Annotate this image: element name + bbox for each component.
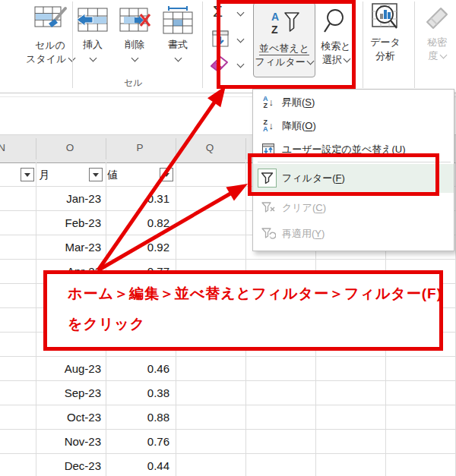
- chevron-down-icon: [439, 52, 447, 59]
- filter-dropdown-button-month[interactable]: [89, 168, 103, 181]
- group-divider: [363, 2, 363, 88]
- cell-styles-icon: [32, 2, 68, 39]
- cell-value[interactable]: 0.76: [106, 430, 169, 454]
- cell-month[interactable]: Oct-23: [36, 405, 101, 430]
- excel-screenshot: N O P Q 月 値 Jan-23 0.31 Feb-23 0.82 Mar-…: [0, 0, 456, 476]
- cell-month[interactable]: Dec-23: [36, 454, 101, 476]
- annotation-callout: ホーム＞編集＞並べ替えとフィルター＞フィルター(F) をクリック: [43, 270, 443, 351]
- sort-filter-label-line2: フィルター: [255, 56, 306, 68]
- data-analysis-button[interactable]: データ 分析: [366, 2, 404, 63]
- menu-item-clear-filter: クリア(C): [253, 196, 454, 219]
- find-select-label-line2: 選択: [322, 54, 342, 65]
- sensitivity-label-line1: 秘密: [427, 36, 447, 49]
- annotation-text-line2: をクリック: [68, 314, 145, 334]
- col-letter-Q[interactable]: Q: [185, 142, 234, 153]
- filter-dropdown-button-value[interactable]: [160, 168, 173, 181]
- chevron-down-icon[interactable]: [237, 36, 245, 43]
- dropdown-arrow-icon: [93, 173, 99, 177]
- table-row[interactable]: Dec-23 0.44: [0, 454, 456, 476]
- sort-filter-dropdown-menu: AZ↓ 昇順(S) ZA↓ 降順(O) ユーザー設定の並べ替え(U): [252, 89, 454, 251]
- data-analysis-label-line1: データ: [370, 36, 401, 49]
- data-analysis-label-line2: 分析: [375, 49, 395, 63]
- eraser-icon: [209, 62, 229, 75]
- cell-month[interactable]: Jan-23: [36, 187, 101, 211]
- delete-cells-icon: [118, 6, 151, 38]
- svg-text:Z: Z: [271, 24, 278, 36]
- reapply-filter-icon: [260, 225, 277, 242]
- cell-value[interactable]: 0.82: [106, 211, 169, 235]
- header-cell-value[interactable]: 値: [107, 162, 118, 187]
- cell-value[interactable]: 0.88: [106, 405, 169, 430]
- annotation-text-line1: ホーム＞編集＞並べ替えとフィルター＞フィルター(F): [68, 284, 442, 304]
- fill-down-icon: [212, 36, 229, 49]
- clear-filter-icon: [260, 200, 277, 216]
- find-select-label-line1: 検索と: [321, 39, 350, 53]
- fill-button[interactable]: [212, 30, 229, 50]
- cell-styles-button[interactable]: セルの スタイル: [23, 2, 78, 66]
- cell-value[interactable]: 0.44: [106, 454, 169, 476]
- custom-sort-icon: [260, 141, 277, 158]
- sensitivity-button: 秘密 度: [418, 2, 456, 63]
- cell-month[interactable]: Feb-23: [36, 211, 101, 235]
- chevron-down-icon[interactable]: [237, 9, 245, 17]
- col-separator: [36, 138, 36, 159]
- table-row[interactable]: Nov-23 0.76: [0, 430, 456, 454]
- col-separator: [176, 138, 176, 159]
- col-letter-P[interactable]: P: [116, 142, 164, 153]
- chevron-down-icon: [174, 55, 182, 62]
- sensitivity-label-line2: 度: [428, 50, 438, 61]
- filter-icon: [258, 169, 277, 188]
- sort-filter-button[interactable]: A Z 並べ替えと フィルター: [253, 2, 315, 77]
- data-analysis-icon: [371, 2, 400, 36]
- cell-value[interactable]: 0.38: [106, 381, 169, 405]
- chevron-down-icon[interactable]: [237, 61, 245, 68]
- cell-month[interactable]: Sep-23: [36, 381, 101, 405]
- menu-item-sort-descending[interactable]: ZA↓ 降順(O): [253, 114, 454, 137]
- insert-button[interactable]: 挿入: [75, 6, 110, 61]
- menu-separator: [258, 162, 451, 162]
- col-separator: [106, 138, 106, 159]
- dropdown-arrow-icon: [163, 173, 169, 177]
- table-row[interactable]: Sep-23 0.38: [0, 381, 456, 405]
- search-icon: [323, 8, 349, 39]
- chevron-down-icon: [344, 55, 351, 63]
- chevron-down-icon: [307, 58, 315, 65]
- group-divider: [414, 2, 415, 88]
- menu-item-filter[interactable]: フィルター(F): [253, 164, 454, 193]
- cell-month[interactable]: Nov-23: [36, 430, 101, 454]
- insert-label: 挿入: [83, 38, 103, 52]
- col-separator: [245, 138, 246, 159]
- delete-label: 削除: [125, 38, 144, 52]
- header-cell-month[interactable]: 月: [39, 162, 49, 187]
- col-letter-O[interactable]: O: [46, 142, 94, 153]
- format-button[interactable]: 書式: [160, 6, 195, 61]
- sort-ascending-icon: AZ↓: [260, 94, 277, 111]
- format-label: 書式: [168, 38, 188, 52]
- chevron-down-icon: [89, 55, 97, 62]
- sort-filter-label-line1: 並べ替えと: [259, 43, 309, 55]
- cell-value[interactable]: 0.92: [106, 235, 169, 260]
- col-letter-N[interactable]: N: [0, 142, 26, 153]
- autosum-icon: Σ: [213, 2, 223, 20]
- table-row[interactable]: Oct-23 0.88: [0, 405, 456, 430]
- table-row[interactable]: Aug-23 0.46: [0, 357, 456, 381]
- cell-month[interactable]: Mar-23: [36, 235, 101, 260]
- cell-value[interactable]: 0.31: [106, 187, 169, 211]
- cell-month[interactable]: Aug-23: [36, 357, 101, 381]
- chevron-down-icon: [131, 55, 138, 62]
- sensitivity-icon: [421, 2, 453, 36]
- cell-styles-label-line2: スタイル: [26, 53, 66, 65]
- cell-value[interactable]: 0.46: [106, 357, 169, 381]
- format-cells-icon: [161, 6, 195, 38]
- ribbon: セルの スタイル 挿入: [0, 0, 456, 97]
- delete-button[interactable]: 削除: [117, 6, 152, 61]
- group-divider: [202, 2, 203, 88]
- menu-item-custom-sort[interactable]: ユーザー設定の並べ替え(U): [253, 137, 454, 161]
- autosum-button[interactable]: Σ: [213, 3, 223, 20]
- cells-group-label: セル: [114, 77, 152, 90]
- filter-dropdown-button-colN[interactable]: [21, 168, 34, 181]
- clear-button[interactable]: [209, 55, 229, 76]
- find-select-button[interactable]: 検索と 選択: [315, 2, 357, 76]
- menu-item-sort-ascending[interactable]: AZ↓ 昇順(S): [253, 90, 454, 114]
- group-divider: [72, 2, 73, 88]
